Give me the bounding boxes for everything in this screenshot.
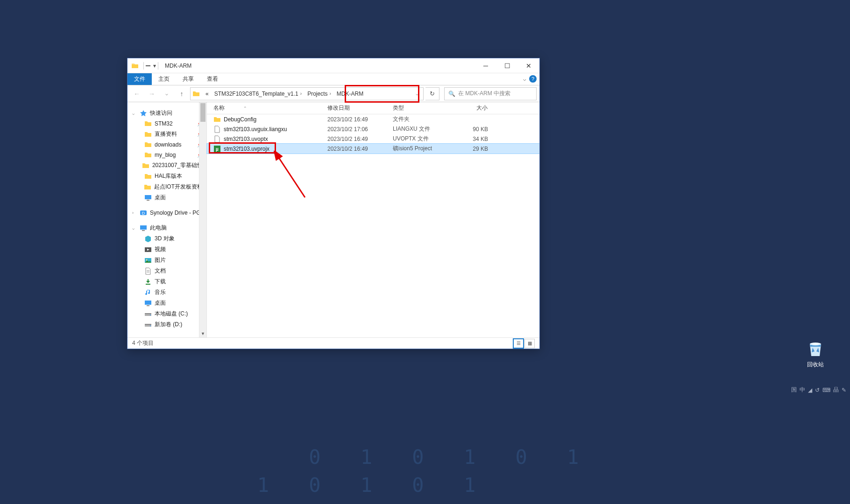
close-button[interactable]: ✕: [518, 58, 539, 73]
refresh-button[interactable]: ↻: [425, 87, 439, 100]
view-icons-button[interactable]: ▦: [524, 339, 535, 348]
3d-icon: [144, 235, 152, 243]
music-icon: [144, 289, 152, 296]
window-title: MDK-ARM: [165, 63, 191, 69]
dl-icon: [144, 278, 152, 286]
docs-icon: [144, 267, 152, 275]
nav-forward-button[interactable]: →: [145, 88, 158, 100]
status-bar: 4 个项目 ☰ ▦: [128, 337, 539, 349]
explorer-window: ▾ MDK-ARM ─ ☐ ✕ 文件 主页 共享 查看 ⌵ ? ← → ⌵ ↑ …: [127, 58, 540, 349]
scroll-down-icon[interactable]: ▼: [199, 330, 206, 337]
file-icon: [213, 135, 221, 143]
annotation-arrow: [272, 151, 310, 202]
tab-share[interactable]: 共享: [176, 73, 200, 85]
maximize-button[interactable]: ☐: [496, 58, 518, 73]
drive-icon: [144, 321, 152, 329]
svg-rect-1: [145, 195, 151, 199]
nav-recent-dropdown[interactable]: ⌵: [160, 88, 173, 100]
folder-icon: [213, 116, 221, 123]
title-bar: ▾ MDK-ARM ─ ☐ ✕: [128, 58, 539, 73]
address-bar[interactable]: « STM32F103C8T6_Template_v1.1 › Projects…: [190, 87, 424, 100]
file-date: 2023/10/2 16:49: [324, 146, 389, 152]
sidebar-item[interactable]: downloads📌: [128, 140, 206, 150]
svg-rect-19: [145, 324, 151, 325]
column-headers: 名称⌃ 修改日期 类型 大小: [207, 102, 539, 114]
sidebar-item[interactable]: 新加卷 (D:): [128, 319, 206, 330]
sidebar-this-pc[interactable]: ⌵ 此电脑: [128, 223, 206, 233]
svg-point-24: [810, 343, 821, 345]
sidebar-item[interactable]: 直播资料📌: [128, 129, 206, 140]
pc-icon: [140, 224, 147, 232]
folder-icon: [144, 120, 152, 127]
table-row[interactable]: stm32f103.uvoptx2023/10/2 16:49UVOPTX 文件…: [207, 134, 539, 144]
file-type: UVOPTX 文件: [389, 135, 445, 143]
desktop-recycle-bin[interactable]: 回收站: [800, 338, 831, 369]
svg-text:µ: µ: [216, 147, 219, 152]
ribbon-tabs: 文件 主页 共享 查看 ⌵ ?: [128, 73, 539, 85]
tab-file[interactable]: 文件: [128, 73, 152, 85]
sidebar-item[interactable]: 起点IOT开发板资料: [128, 182, 206, 192]
view-details-button[interactable]: ☰: [513, 339, 524, 348]
table-row[interactable]: µstm32f103.uvprojx2023/10/2 16:49礦ision5…: [207, 144, 539, 154]
ribbon-expand-icon[interactable]: ⌵: [523, 76, 526, 82]
svg-rect-16: [145, 313, 151, 314]
tray-icon[interactable]: 国: [791, 386, 797, 394]
svg-rect-13: [145, 301, 151, 305]
tray-icon[interactable]: ⌨: [822, 387, 830, 393]
tray-icon[interactable]: ◢: [808, 387, 812, 393]
tab-home[interactable]: 主页: [152, 73, 176, 85]
sidebar-item[interactable]: STM32📌: [128, 119, 206, 129]
sidebar-quick-access[interactable]: ⌵ 快速访问: [128, 108, 206, 119]
address-dropdown-icon[interactable]: ⌵: [413, 91, 421, 96]
minimize-button[interactable]: ─: [475, 58, 496, 73]
uvproj-icon: µ: [213, 145, 221, 153]
file-size: 29 KB: [445, 146, 492, 152]
sidebar-item[interactable]: my_blog📌: [128, 150, 206, 160]
breadcrumb-segment[interactable]: STM32F103C8T6_Template_v1.1 ›: [212, 89, 305, 99]
sidebar-item[interactable]: 音乐: [128, 287, 206, 298]
recycle-bin-icon: [805, 338, 826, 359]
table-row[interactable]: stm32f103.uvguix.liangxu2023/10/2 17:06L…: [207, 124, 539, 134]
sidebar-item[interactable]: 图片: [128, 255, 206, 266]
quick-access-toolbar-icon[interactable]: [146, 63, 150, 68]
chevron-down-icon: ⌵: [132, 226, 137, 231]
breadcrumb-segment[interactable]: MDK-ARM: [334, 89, 366, 99]
sidebar-item[interactable]: HAL库版本: [128, 171, 206, 182]
folder-icon: [144, 173, 152, 180]
breadcrumb-truncation[interactable]: «: [203, 89, 212, 99]
file-type: 文件夹: [389, 115, 445, 123]
sidebar-item[interactable]: 下载: [128, 276, 206, 287]
tray-icon[interactable]: ✎: [842, 387, 846, 393]
nav-up-button[interactable]: ↑: [175, 88, 188, 100]
sidebar-item[interactable]: 视频: [128, 244, 206, 255]
sidebar-item[interactable]: 本地磁盘 (C:): [128, 308, 206, 319]
sidebar-item[interactable]: 20231007_零基础快: [128, 160, 206, 171]
folder-icon: [144, 131, 152, 138]
nav-back-button[interactable]: ←: [130, 88, 143, 100]
file-size: 90 KB: [445, 126, 492, 133]
sidebar-item[interactable]: 桌面: [128, 192, 206, 203]
tray-icon[interactable]: 中: [800, 386, 805, 394]
column-type[interactable]: 类型: [389, 104, 445, 112]
pics-icon: [144, 257, 152, 264]
tab-view[interactable]: 查看: [200, 73, 225, 85]
table-row[interactable]: DebugConfig2023/10/2 16:49文件夹: [207, 114, 539, 124]
sidebar-synology[interactable]: › D Synology Drive - PG: [128, 208, 206, 218]
tray-icon[interactable]: 品: [833, 386, 839, 394]
sidebar-item[interactable]: 桌面: [128, 298, 206, 308]
column-name[interactable]: 名称⌃: [207, 104, 324, 112]
breadcrumb-segment[interactable]: Projects ›: [305, 89, 334, 99]
file-type: 礦ision5 Project: [389, 145, 445, 153]
tray-icon[interactable]: ↺: [815, 387, 820, 393]
help-icon[interactable]: ?: [529, 75, 537, 83]
sidebar-item[interactable]: 文档: [128, 266, 206, 276]
search-input[interactable]: 🔍 在 MDK-ARM 中搜索: [444, 87, 537, 100]
file-name: stm32f103.uvoptx: [224, 136, 268, 142]
file-list: 名称⌃ 修改日期 类型 大小 DebugConfig2023/10/2 16:4…: [207, 102, 539, 337]
sidebar-item[interactable]: 3D 对象: [128, 233, 206, 244]
column-date[interactable]: 修改日期: [324, 104, 389, 112]
column-size[interactable]: 大小: [445, 104, 492, 112]
file-date: 2023/10/2 17:06: [324, 126, 389, 133]
sidebar-scrollbar[interactable]: ▲ ▼: [199, 102, 206, 337]
scrollbar-thumb[interactable]: [200, 103, 205, 122]
